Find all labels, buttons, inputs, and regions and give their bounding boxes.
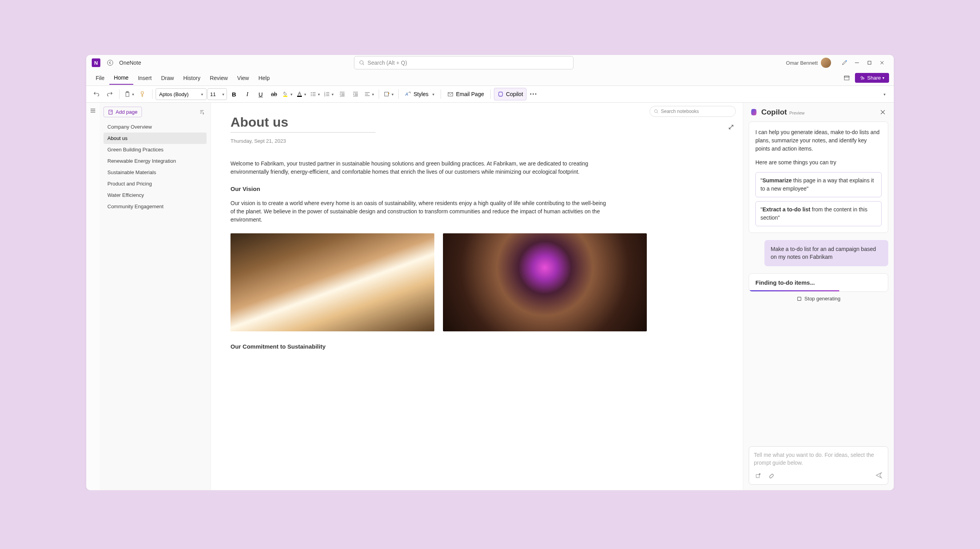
- chevron-down-icon: ▾: [290, 92, 292, 96]
- nav-toggle-button[interactable]: [88, 106, 98, 115]
- copilot-status-card: Finding to-do items...: [749, 273, 888, 292]
- copilot-intro-text: I can help you generate ideas, make to-d…: [755, 128, 882, 153]
- italic-button[interactable]: I: [241, 88, 254, 100]
- size-selector[interactable]: 11▾: [207, 88, 227, 100]
- bold-button[interactable]: B: [228, 88, 240, 100]
- strikethrough-button[interactable]: ab: [268, 88, 280, 100]
- intro-paragraph[interactable]: Welcome to Fabrikam, your trusted partne…: [230, 160, 607, 176]
- redo-button[interactable]: [103, 88, 116, 100]
- svg-line-52: [657, 112, 658, 113]
- workspace: Add page Company Overview About us Green…: [86, 103, 894, 490]
- indent-button[interactable]: [349, 88, 362, 100]
- user-avatar[interactable]: [821, 58, 831, 68]
- tag-button[interactable]: ▾: [382, 88, 395, 100]
- menu-history[interactable]: History: [179, 72, 205, 84]
- styles-button[interactable]: A Styles▾: [402, 88, 437, 100]
- strikethrough-icon: ab: [271, 91, 277, 97]
- content-image-2[interactable]: [443, 233, 647, 331]
- expand-icon: [728, 124, 734, 130]
- menu-file[interactable]: File: [91, 72, 109, 84]
- attach-button[interactable]: [766, 471, 775, 480]
- align-button[interactable]: ▾: [363, 88, 376, 100]
- chevron-down-icon: ▾: [222, 92, 224, 96]
- menu-view[interactable]: View: [232, 72, 254, 84]
- font-color-button[interactable]: A▾: [295, 88, 308, 100]
- chevron-down-icon: ▾: [332, 92, 334, 96]
- commitment-heading[interactable]: Our Commitment to Sustainability: [230, 343, 723, 350]
- svg-text:3: 3: [324, 95, 325, 97]
- progress-bar: [749, 290, 839, 291]
- indent-icon: [352, 91, 359, 97]
- sidebar-item-sustainable-materials[interactable]: Sustainable Materials: [103, 167, 207, 178]
- format-painter-button[interactable]: [136, 88, 149, 100]
- close-icon: [880, 60, 884, 65]
- fullscreen-button[interactable]: [841, 72, 853, 84]
- menu-review[interactable]: Review: [205, 72, 232, 84]
- underline-button[interactable]: U: [254, 88, 267, 100]
- undo-button[interactable]: [90, 88, 103, 100]
- menu-draw[interactable]: Draw: [156, 72, 179, 84]
- stop-generating-button[interactable]: Stop generating: [749, 292, 888, 305]
- menu-home[interactable]: Home: [109, 71, 133, 85]
- sidebar-item-green-building[interactable]: Green Building Practices: [103, 144, 207, 155]
- email-page-button[interactable]: Email Page: [444, 88, 487, 100]
- bullet-list-button[interactable]: ▾: [309, 88, 321, 100]
- svg-point-0: [107, 60, 113, 65]
- outdent-button[interactable]: [336, 88, 348, 100]
- content-image-1[interactable]: [230, 233, 434, 331]
- copilot-suggestion-extract[interactable]: "Extract a to-do list from the content i…: [755, 201, 882, 226]
- svg-rect-40: [385, 92, 388, 96]
- maximize-button[interactable]: [863, 56, 876, 69]
- prompt-guide-button[interactable]: [754, 471, 762, 480]
- stop-icon: [797, 296, 802, 302]
- menubar: File Home Insert Draw History Review Vie…: [86, 71, 894, 85]
- font-selector[interactable]: Aptos (Body)▾: [156, 88, 207, 100]
- sort-button[interactable]: [197, 107, 207, 117]
- search-icon: [654, 109, 659, 114]
- vision-paragraph[interactable]: Our vision is to create a world where ev…: [230, 199, 607, 224]
- chevron-down-icon: ▾: [132, 92, 134, 96]
- ribbon-expand-button[interactable]: ▾: [877, 88, 890, 100]
- minimize-button[interactable]: [851, 56, 863, 69]
- sidebar-item-about-us[interactable]: About us: [103, 133, 207, 144]
- more-button[interactable]: ···: [527, 88, 540, 100]
- copilot-user-message: Make a to-do list for an ad campaign bas…: [764, 240, 888, 266]
- sidebar-item-company-overview[interactable]: Company Overview: [103, 121, 207, 133]
- add-page-icon: [108, 109, 113, 115]
- svg-rect-9: [844, 76, 849, 77]
- send-button[interactable]: [875, 471, 883, 480]
- number-list-button[interactable]: 123▾: [322, 88, 335, 100]
- back-button[interactable]: [105, 58, 115, 68]
- chevron-down-icon: ▾: [882, 76, 884, 80]
- redo-icon: [107, 91, 113, 97]
- copilot-close-button[interactable]: [878, 107, 887, 117]
- share-icon: [860, 75, 865, 81]
- add-page-button[interactable]: Add page: [103, 107, 142, 117]
- sidebar-item-renewable-energy[interactable]: Renewable Energy Integration: [103, 155, 207, 167]
- sidebar-item-product-pricing[interactable]: Product and Pricing: [103, 178, 207, 189]
- notebook-search[interactable]: Search notebooks: [650, 106, 736, 117]
- highlight-button[interactable]: ▾: [281, 88, 294, 100]
- paste-button[interactable]: ▾: [123, 88, 136, 100]
- expand-page-button[interactable]: [726, 122, 736, 132]
- page-title[interactable]: About us: [230, 115, 723, 130]
- sidebar-item-water-efficiency[interactable]: Water Efficiency: [103, 189, 207, 201]
- copilot-ribbon-button[interactable]: Copilot: [494, 88, 527, 100]
- menu-insert[interactable]: Insert: [133, 72, 156, 84]
- share-button[interactable]: Share ▾: [855, 73, 889, 83]
- page-content[interactable]: Search notebooks About us Thursday, Sept…: [211, 103, 743, 490]
- menu-help[interactable]: Help: [254, 72, 274, 84]
- sidebar-item-community-engagement[interactable]: Community Engagement: [103, 201, 207, 212]
- global-search[interactable]: Search (Alt + Q): [354, 56, 573, 69]
- close-button[interactable]: [876, 56, 888, 69]
- copilot-input-box[interactable]: Tell me what you want to do. For ideas, …: [749, 446, 888, 485]
- pen-button[interactable]: [838, 56, 851, 69]
- chevron-down-icon: ▾: [392, 92, 394, 96]
- copilot-suggestion-summarize[interactable]: "Summarize this page in a way that expla…: [755, 172, 882, 197]
- minimize-icon: [855, 60, 859, 65]
- svg-rect-46: [109, 110, 113, 114]
- underline-icon: U: [259, 91, 263, 98]
- svg-point-17: [311, 92, 312, 93]
- brush-icon: [140, 91, 146, 97]
- vision-heading[interactable]: Our Vision: [230, 185, 723, 192]
